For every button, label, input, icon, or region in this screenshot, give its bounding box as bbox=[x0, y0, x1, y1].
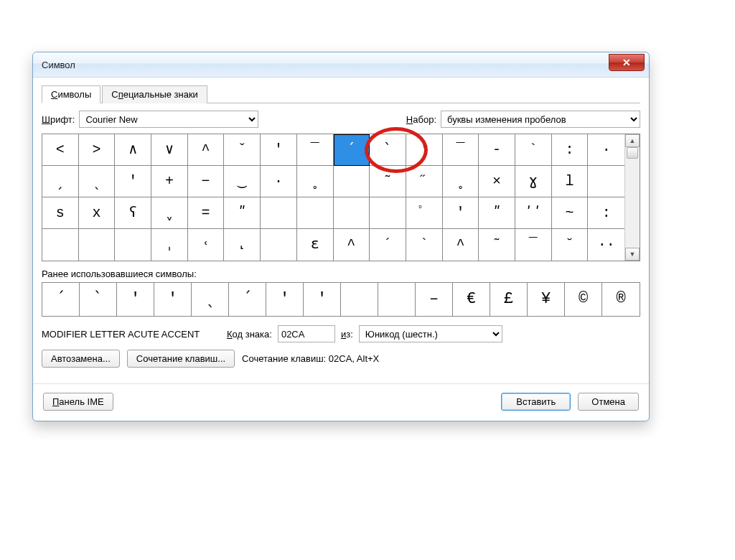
grid-cell[interactable]: ˏ bbox=[42, 166, 79, 197]
recent-cell[interactable]: ® bbox=[602, 283, 640, 316]
grid-cell[interactable]: ¯ bbox=[515, 229, 552, 261]
grid-cell[interactable] bbox=[297, 197, 334, 229]
grid-cell[interactable]: ˳ bbox=[443, 166, 479, 197]
ime-panel-button[interactable]: Панель IME bbox=[43, 393, 113, 411]
recent-cell[interactable]: ' bbox=[304, 283, 341, 316]
set-label: Набор: bbox=[406, 114, 436, 125]
grid-cell[interactable]: ˻ bbox=[224, 229, 261, 261]
symbol-dialog: Символ ✕ Символы Специальные знаки Шрифт… bbox=[32, 52, 650, 421]
recent-cell[interactable]: ˎ bbox=[192, 283, 229, 316]
grid-scrollbar[interactable]: ▲ ▼ bbox=[624, 134, 640, 261]
grid-cell[interactable]: ˇ bbox=[224, 134, 261, 166]
recent-cell[interactable] bbox=[378, 283, 416, 316]
grid-cell[interactable]: : bbox=[588, 197, 624, 229]
tab-symbols[interactable]: Символы bbox=[42, 85, 100, 103]
autocorrect-button[interactable]: Автозамена... bbox=[42, 350, 120, 368]
grid-cell[interactable] bbox=[115, 229, 151, 261]
grid-cell[interactable]: ~ bbox=[552, 197, 589, 229]
recent-cell[interactable]: ˋ bbox=[80, 283, 117, 316]
grid-cell[interactable]: ¯ bbox=[297, 134, 334, 166]
from-select[interactable]: Юникод (шестн.) bbox=[359, 325, 502, 342]
grid-cell[interactable]: ˬ bbox=[151, 197, 188, 229]
insert-button[interactable]: Вставить bbox=[501, 393, 571, 411]
grid-cell[interactable] bbox=[42, 229, 79, 261]
shortcut-key-button[interactable]: Сочетание клавиш... bbox=[127, 350, 235, 368]
grid-cell[interactable]: ' bbox=[115, 166, 151, 197]
cancel-button[interactable]: Отмена bbox=[578, 393, 639, 411]
grid-cell[interactable]: ɣ bbox=[515, 166, 552, 197]
code-input[interactable] bbox=[278, 325, 335, 342]
grid-cell[interactable]: ` bbox=[406, 229, 443, 261]
recent-cell[interactable]: £ bbox=[490, 283, 528, 316]
grid-cell[interactable]: · bbox=[261, 166, 297, 197]
titlebar: Символ ✕ bbox=[33, 52, 649, 78]
grid-cell[interactable]: ^ bbox=[188, 134, 225, 166]
grid-cell[interactable]: l bbox=[552, 166, 589, 197]
recent-cell[interactable]: ¥ bbox=[528, 283, 565, 316]
grid-cell[interactable]: ˜ bbox=[370, 166, 406, 197]
grid-cell[interactable]: ∧ bbox=[115, 134, 151, 166]
grid-cell[interactable]: ˋ bbox=[370, 134, 406, 166]
grid-cell[interactable]: ˊ bbox=[334, 134, 370, 166]
grid-cell[interactable] bbox=[261, 229, 297, 261]
grid-cell[interactable] bbox=[261, 197, 297, 229]
grid-cell[interactable]: ' bbox=[406, 134, 443, 166]
grid-cell[interactable]: ɛ bbox=[297, 229, 334, 261]
grid-cell[interactable]: - bbox=[479, 134, 515, 166]
grid-cell[interactable]: ͦ bbox=[406, 197, 443, 229]
grid-cell[interactable]: ʕ bbox=[115, 197, 151, 229]
recent-cell[interactable]: ' bbox=[266, 283, 304, 316]
grid-cell[interactable]: − bbox=[188, 166, 225, 197]
grid-cell[interactable]: ´ bbox=[370, 229, 406, 261]
grid-cell[interactable]: ʹʹ bbox=[515, 197, 552, 229]
close-button[interactable]: ✕ bbox=[609, 54, 645, 71]
recent-cell[interactable]: ' bbox=[117, 283, 154, 316]
grid-cell[interactable]: ^ bbox=[334, 229, 370, 261]
grid-cell[interactable] bbox=[370, 197, 406, 229]
grid-cell[interactable]: ˜ bbox=[479, 229, 515, 261]
recent-cell[interactable]: € bbox=[453, 283, 490, 316]
recent-cell[interactable]: – bbox=[416, 283, 453, 316]
grid-cell[interactable]: ' bbox=[443, 197, 479, 229]
recent-cell[interactable] bbox=[341, 283, 378, 316]
grid-cell[interactable]: = bbox=[188, 197, 225, 229]
grid-cell[interactable]: ѕ bbox=[42, 197, 79, 229]
grid-cell[interactable] bbox=[79, 229, 116, 261]
grid-cell[interactable]: ^ bbox=[443, 229, 479, 261]
scroll-up-icon[interactable]: ▲ bbox=[625, 134, 640, 147]
grid-cell[interactable]: ʺ bbox=[224, 197, 261, 229]
grid-cell[interactable]: · bbox=[588, 134, 624, 166]
grid-cell[interactable]: ‿ bbox=[224, 166, 261, 197]
grid-cell[interactable]: : bbox=[552, 134, 589, 166]
set-select[interactable]: буквы изменения пробелов bbox=[441, 111, 640, 128]
recent-cell[interactable]: ' bbox=[154, 283, 192, 316]
grid-cell[interactable]: < bbox=[42, 134, 79, 166]
scroll-down-icon[interactable]: ▼ bbox=[625, 248, 640, 261]
grid-cell[interactable]: ˎ bbox=[79, 166, 116, 197]
scroll-thumb[interactable] bbox=[627, 147, 638, 159]
grid-cell[interactable]: ˌ bbox=[151, 229, 188, 261]
grid-cell[interactable]: ` bbox=[515, 134, 552, 166]
grid-cell[interactable]: ˘ bbox=[552, 229, 589, 261]
tab-special[interactable]: Специальные знаки bbox=[102, 85, 207, 103]
grid-cell[interactable]: ¯ bbox=[443, 134, 479, 166]
grid-cell[interactable] bbox=[588, 166, 624, 197]
grid-cell[interactable] bbox=[334, 197, 370, 229]
grid-cell[interactable] bbox=[334, 166, 370, 197]
grid-cell[interactable]: + bbox=[151, 166, 188, 197]
font-select[interactable]: Courier New bbox=[79, 111, 258, 128]
grid-cell[interactable]: ʺ bbox=[479, 197, 515, 229]
grid-cell[interactable]: ·· bbox=[588, 229, 624, 261]
grid-cell[interactable]: ˝ bbox=[406, 166, 443, 197]
recent-cell[interactable]: ˊ bbox=[229, 283, 266, 316]
grid-cell[interactable]: × bbox=[479, 166, 515, 197]
grid-cell[interactable]: ' bbox=[261, 134, 297, 166]
recent-cell[interactable]: ˊ bbox=[42, 283, 80, 316]
grid-cell[interactable]: ˳ bbox=[297, 166, 334, 197]
grid-cell[interactable]: > bbox=[79, 134, 116, 166]
grid-cell[interactable]: ˓ bbox=[188, 229, 225, 261]
recent-cell[interactable]: © bbox=[565, 283, 602, 316]
grid-cell[interactable]: ∨ bbox=[151, 134, 188, 166]
grid-cell[interactable]: x bbox=[79, 197, 116, 229]
window-title: Символ bbox=[42, 60, 75, 70]
